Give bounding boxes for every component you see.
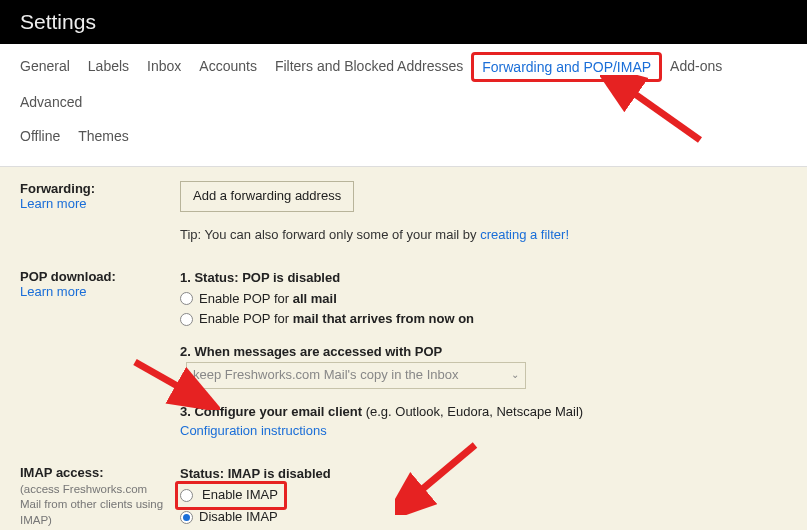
- add-forwarding-address-button[interactable]: Add a forwarding address: [180, 181, 354, 212]
- tab-advanced[interactable]: Advanced: [20, 94, 82, 110]
- imap-label: IMAP access:: [20, 465, 170, 480]
- pop-config-instructions-link[interactable]: Configuration instructions: [180, 422, 787, 441]
- radio-pop-now-on[interactable]: [180, 313, 193, 326]
- annotation-highlight-enable-imap: Enable IMAP: [175, 481, 287, 510]
- tab-accounts[interactable]: Accounts: [199, 58, 257, 76]
- section-imap: IMAP access: (access Freshworks.com Mail…: [20, 465, 787, 530]
- page-title: Settings: [20, 10, 96, 34]
- tab-inbox[interactable]: Inbox: [147, 58, 181, 76]
- pop-status-row: 1. Status: POP is disabled: [180, 269, 787, 288]
- tab-offline[interactable]: Offline: [20, 128, 60, 144]
- tab-addons[interactable]: Add-ons: [670, 58, 722, 76]
- content-area: Forwarding: Learn more Add a forwarding …: [0, 167, 807, 530]
- create-filter-link[interactable]: creating a filter!: [480, 227, 569, 242]
- forwarding-learn-more-link[interactable]: Learn more: [20, 196, 170, 211]
- pop-configure-row: 3. Configure your email client (e.g. Out…: [180, 403, 787, 422]
- pop-enable-now-bold: mail that arrives from now on: [293, 311, 474, 326]
- annotation-highlight-tab: Forwarding and POP/IMAP: [471, 52, 662, 82]
- pop-enable-now-label: Enable POP for mail that arrives from no…: [199, 310, 474, 329]
- pop-configure-prefix: 3. Configure your email client: [180, 404, 366, 419]
- tab-filters[interactable]: Filters and Blocked Addresses: [275, 58, 463, 76]
- tabs-bar: General Labels Inbox Accounts Filters an…: [0, 44, 807, 167]
- pop-enable-all-label: Enable POP for all mail: [199, 290, 337, 309]
- pop-status-prefix: 1. Status:: [180, 270, 242, 285]
- tab-forwarding[interactable]: Forwarding and POP/IMAP: [482, 59, 651, 75]
- pop-select-value: keep Freshworks.com Mail's copy in the I…: [193, 366, 458, 385]
- pop-when-accessed-label: 2. When messages are accessed with POP: [180, 344, 442, 359]
- section-pop: POP download: Learn more 1. Status: POP …: [20, 269, 787, 441]
- forwarding-tip-text: Tip: You can also forward only some of y…: [180, 227, 480, 242]
- imap-status-prefix: Status:: [180, 466, 228, 481]
- section-forwarding: Forwarding: Learn more Add a forwarding …: [20, 181, 787, 245]
- header-bar: Settings: [0, 0, 807, 44]
- tab-themes[interactable]: Themes: [78, 128, 129, 144]
- imap-status-value: IMAP is disabled: [228, 466, 331, 481]
- pop-enable-all-bold: all mail: [293, 291, 337, 306]
- imap-sublabel: (access Freshworks.com Mail from other c…: [20, 482, 170, 529]
- radio-disable-imap[interactable]: [180, 511, 193, 524]
- tab-general[interactable]: General: [20, 58, 70, 76]
- chevron-down-icon: ⌄: [511, 368, 519, 383]
- disable-imap-label: Disable IMAP: [199, 508, 278, 527]
- pop-enable-all-prefix: Enable POP for: [199, 291, 293, 306]
- pop-label: POP download:: [20, 269, 170, 284]
- pop-status-value: POP is disabled: [242, 270, 340, 285]
- radio-pop-all[interactable]: [180, 292, 193, 305]
- tab-labels[interactable]: Labels: [88, 58, 129, 76]
- forwarding-tip: Tip: You can also forward only some of y…: [180, 226, 787, 245]
- pop-when-accessed-row: 2. When messages are accessed with POP k…: [180, 343, 787, 389]
- forwarding-label: Forwarding:: [20, 181, 170, 196]
- pop-learn-more-link[interactable]: Learn more: [20, 284, 170, 299]
- pop-keep-copy-select[interactable]: keep Freshworks.com Mail's copy in the I…: [186, 362, 526, 389]
- pop-configure-hint: (e.g. Outlook, Eudora, Netscape Mail): [366, 404, 584, 419]
- pop-enable-now-prefix: Enable POP for: [199, 311, 293, 326]
- enable-imap-label: Enable IMAP: [202, 487, 278, 502]
